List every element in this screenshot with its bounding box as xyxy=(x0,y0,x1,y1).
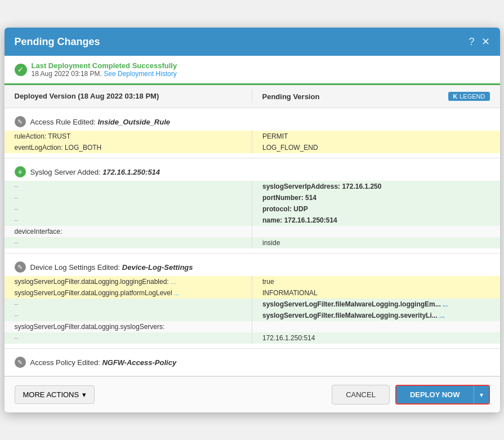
left-cell: – xyxy=(5,237,252,248)
header-actions: ? ✕ xyxy=(469,35,489,48)
change-section-access-policy: ✎ Access Policy Edited: NGFW-Access-Poli… xyxy=(5,349,500,376)
deployment-history-link[interactable]: See Deployment History xyxy=(104,70,176,78)
legend-k-icon: K xyxy=(453,93,457,100)
table-row: syslogServerLogFilter.dataLogging.loggin… xyxy=(5,276,500,287)
deployment-banner: ✓ Last Deployment Completed Successfully… xyxy=(5,56,500,85)
truncate-link[interactable]: ... xyxy=(171,278,176,285)
right-cell: syslogServerIpAddress: 172.16.1.250 xyxy=(252,181,500,192)
left-cell: – xyxy=(5,192,252,203)
pending-version-header: Pending Version K LEGEND xyxy=(252,90,500,103)
left-cell: – xyxy=(5,332,252,344)
change-label-syslog: Syslog Server Added: xyxy=(30,168,103,176)
right-cell: inside xyxy=(252,237,500,248)
table-row: deviceInterface: xyxy=(5,226,500,237)
footer-left: MORE ACTIONS ▾ xyxy=(15,385,95,404)
edit-icon: ✎ xyxy=(15,116,26,127)
change-label-access-policy: Access Policy Edited: xyxy=(30,358,102,367)
left-cell: ruleAction: TRUST xyxy=(5,131,252,142)
deploy-dropdown-icon: ▾ xyxy=(480,391,483,399)
left-cell: eventLogAction: LOG_BOTH xyxy=(5,142,252,153)
right-cell: true xyxy=(252,276,500,287)
change-title-access-policy: ✎ Access Policy Edited: NGFW-Access-Poli… xyxy=(5,354,500,371)
legend-label: LEGEND xyxy=(460,93,485,100)
right-cell: PERMIT xyxy=(252,131,500,142)
deploy-subtext: 18 Aug 2022 03:18 PM. See Deployment His… xyxy=(32,70,177,78)
left-cell: – xyxy=(5,203,252,215)
table-row: ruleAction: TRUST PERMIT xyxy=(5,131,500,142)
dialog-header: Pending Changes ? ✕ xyxy=(5,28,500,56)
table-row: eventLogAction: LOG_BOTH LOG_FLOW_END xyxy=(5,142,500,153)
left-cell: syslogServerLogFilter.dataLogging.platfo… xyxy=(5,287,252,299)
change-section-device-log: ✎ Device Log Settings Edited: Device-Log… xyxy=(5,254,500,349)
deploy-btn-group: DEPLOY NOW ▾ xyxy=(395,385,490,405)
truncate-link[interactable]: ... xyxy=(443,301,448,308)
change-name-access-rule: Inside_Outside_Rule xyxy=(97,118,170,126)
table-row: – syslogServerLogFilter.fileMalwareLoggi… xyxy=(5,299,500,310)
cancel-button[interactable]: CANCEL xyxy=(332,385,390,405)
diff-table-syslog: – syslogServerIpAddress: 172.16.1.250 – … xyxy=(5,181,500,248)
right-cell: LOG_FLOW_END xyxy=(252,142,500,153)
right-cell: portNumber: 514 xyxy=(252,192,500,203)
table-row: – name: 172.16.1.250:514 xyxy=(5,215,500,226)
right-cell: syslogServerLogFilter.fileMalwareLogging… xyxy=(252,310,500,321)
right-cell xyxy=(252,226,500,237)
right-cell: protocol: UDP xyxy=(252,203,500,215)
edit-icon: ✎ xyxy=(15,261,26,273)
right-cell: 172.16.1.250:514 xyxy=(252,332,500,344)
diff-table-access-rule: ruleAction: TRUST PERMIT eventLogAction:… xyxy=(5,131,500,153)
table-row: – syslogServerLogFilter.fileMalwareLoggi… xyxy=(5,310,500,321)
close-icon[interactable]: ✕ xyxy=(481,35,490,48)
right-cell: name: 172.16.1.250:514 xyxy=(252,215,500,226)
deploy-dropdown-button[interactable]: ▾ xyxy=(474,386,489,403)
left-cell: deviceInterface: xyxy=(5,226,252,237)
left-cell: syslogServerLogFilter.dataLogging.loggin… xyxy=(5,276,252,287)
left-cell: – xyxy=(5,215,252,226)
right-cell: INFORMATIONAL xyxy=(252,287,500,299)
table-row: – inside xyxy=(5,237,500,248)
left-cell: – xyxy=(5,310,252,321)
more-actions-label: MORE ACTIONS xyxy=(23,390,79,399)
table-row: – 172.16.1.250:514 xyxy=(5,332,500,344)
deploy-date: 18 Aug 2022 03:18 PM. xyxy=(32,70,102,78)
change-name-access-policy: NGFW-Access-Policy xyxy=(102,358,176,367)
table-row: syslogServerLogFilter.dataLogging.syslog… xyxy=(5,321,500,332)
change-section-syslog: + Syslog Server Added: 172.16.1.250:514 … xyxy=(5,158,500,254)
columns-header: Deployed Version (18 Aug 2022 03:18 PM) … xyxy=(5,85,500,108)
left-cell: – xyxy=(5,181,252,192)
truncate-link[interactable]: ... xyxy=(174,290,179,296)
dialog-footer: MORE ACTIONS ▾ CANCEL DEPLOY NOW ▾ xyxy=(5,376,500,412)
content-area: ✎ Access Rule Edited: Inside_Outside_Rul… xyxy=(5,108,500,376)
deployed-version-header: Deployed Version (18 Aug 2022 03:18 PM) xyxy=(5,90,252,103)
success-icon: ✓ xyxy=(15,64,27,76)
table-row: syslogServerLogFilter.dataLogging.platfo… xyxy=(5,287,500,299)
right-cell: syslogServerLogFilter.fileMalwareLogging… xyxy=(252,299,500,310)
change-name-syslog: 172.16.1.250:514 xyxy=(102,168,160,176)
truncate-link[interactable]: ... xyxy=(439,312,444,319)
change-title-syslog: + Syslog Server Added: 172.16.1.250:514 xyxy=(5,164,500,181)
legend-button[interactable]: K LEGEND xyxy=(448,92,489,101)
more-actions-chevron-icon: ▾ xyxy=(82,390,86,399)
pending-changes-dialog: Pending Changes ? ✕ ✓ Last Deployment Co… xyxy=(5,28,500,412)
more-actions-button[interactable]: MORE ACTIONS ▾ xyxy=(15,385,95,404)
change-title-access-rule: ✎ Access Rule Edited: Inside_Outside_Rul… xyxy=(5,114,500,131)
left-cell: syslogServerLogFilter.dataLogging.syslog… xyxy=(5,321,252,332)
change-label-access-rule: Access Rule Edited: xyxy=(30,118,98,126)
deploy-now-button[interactable]: DEPLOY NOW xyxy=(396,386,474,403)
diff-table-device-log: syslogServerLogFilter.dataLogging.loggin… xyxy=(5,276,500,344)
change-title-device-log: ✎ Device Log Settings Edited: Device-Log… xyxy=(5,259,500,276)
table-row: – portNumber: 514 xyxy=(5,192,500,203)
left-cell: – xyxy=(5,299,252,310)
footer-right: CANCEL DEPLOY NOW ▾ xyxy=(332,385,489,405)
success-label: Last Deployment Completed Successfully xyxy=(32,61,177,70)
right-cell xyxy=(252,321,500,332)
table-row: – protocol: UDP xyxy=(5,203,500,215)
change-section-access-rule: ✎ Access Rule Edited: Inside_Outside_Rul… xyxy=(5,108,500,158)
help-icon[interactable]: ? xyxy=(469,36,474,48)
change-name-device-log: Device-Log-Settings xyxy=(122,263,193,272)
edit-icon: ✎ xyxy=(15,357,26,368)
add-icon: + xyxy=(15,166,26,177)
dialog-title: Pending Changes xyxy=(15,36,100,48)
table-row: – syslogServerIpAddress: 172.16.1.250 xyxy=(5,181,500,192)
banner-text: Last Deployment Completed Successfully 1… xyxy=(32,61,177,78)
change-label-device-log: Device Log Settings Edited: xyxy=(30,263,122,272)
